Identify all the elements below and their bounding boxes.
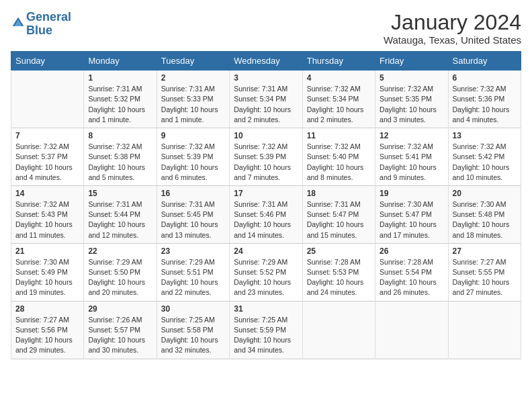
day-number: 28 xyxy=(15,304,79,314)
day-cell: 20Sunrise: 7:30 AMSunset: 5:48 PMDayligh… xyxy=(448,185,521,243)
header-saturday: Saturday xyxy=(448,52,521,71)
day-info: Sunrise: 7:32 AMSunset: 5:43 PMDaylight:… xyxy=(15,199,79,240)
day-number: 25 xyxy=(307,246,371,256)
day-cell: 7Sunrise: 7:32 AMSunset: 5:37 PMDaylight… xyxy=(11,128,84,186)
day-number: 5 xyxy=(380,73,443,83)
page-title: January 2024 xyxy=(384,11,521,34)
day-info: Sunrise: 7:30 AMSunset: 5:48 PMDaylight:… xyxy=(453,199,517,240)
logo: General Blue xyxy=(11,11,71,38)
day-cell: 18Sunrise: 7:31 AMSunset: 5:47 PMDayligh… xyxy=(302,185,375,243)
week-row-1: 7Sunrise: 7:32 AMSunset: 5:37 PMDaylight… xyxy=(11,128,521,186)
day-info: Sunrise: 7:27 AMSunset: 5:55 PMDaylight:… xyxy=(453,257,517,298)
day-cell: 13Sunrise: 7:32 AMSunset: 5:42 PMDayligh… xyxy=(448,128,521,186)
day-number: 3 xyxy=(234,73,298,83)
day-number: 12 xyxy=(380,131,443,140)
day-info: Sunrise: 7:32 AMSunset: 5:38 PMDaylight:… xyxy=(88,142,152,183)
day-number: 24 xyxy=(234,246,298,256)
day-info: Sunrise: 7:32 AMSunset: 5:40 PMDaylight:… xyxy=(307,142,371,183)
day-number: 8 xyxy=(88,131,152,140)
day-info: Sunrise: 7:32 AMSunset: 5:39 PMDaylight:… xyxy=(161,142,225,183)
day-info: Sunrise: 7:30 AMSunset: 5:49 PMDaylight:… xyxy=(15,257,79,298)
day-cell: 3Sunrise: 7:31 AMSunset: 5:34 PMDaylight… xyxy=(230,71,302,128)
day-cell: 10Sunrise: 7:32 AMSunset: 5:39 PMDayligh… xyxy=(230,128,302,186)
header-thursday: Thursday xyxy=(302,52,375,71)
day-cell: 27Sunrise: 7:27 AMSunset: 5:55 PMDayligh… xyxy=(448,243,521,301)
day-info: Sunrise: 7:29 AMSunset: 5:52 PMDaylight:… xyxy=(234,257,298,298)
day-cell: 4Sunrise: 7:32 AMSunset: 5:34 PMDaylight… xyxy=(302,71,375,128)
day-number: 7 xyxy=(15,131,79,140)
title-block: January 2024 Watauga, Texas, United Stat… xyxy=(384,11,521,46)
week-row-2: 14Sunrise: 7:32 AMSunset: 5:43 PMDayligh… xyxy=(11,185,521,243)
day-info: Sunrise: 7:32 AMSunset: 5:41 PMDaylight:… xyxy=(380,142,443,183)
day-number: 16 xyxy=(161,189,225,198)
day-cell xyxy=(302,301,375,359)
day-info: Sunrise: 7:28 AMSunset: 5:54 PMDaylight:… xyxy=(380,257,443,298)
day-info: Sunrise: 7:26 AMSunset: 5:57 PMDaylight:… xyxy=(88,315,152,356)
day-number: 18 xyxy=(307,189,371,198)
header-wednesday: Wednesday xyxy=(230,52,302,71)
day-info: Sunrise: 7:31 AMSunset: 5:44 PMDaylight:… xyxy=(88,199,152,240)
day-info: Sunrise: 7:31 AMSunset: 5:33 PMDaylight:… xyxy=(161,84,225,125)
day-number: 11 xyxy=(307,131,371,140)
day-cell xyxy=(448,301,521,359)
day-info: Sunrise: 7:32 AMSunset: 5:36 PMDaylight:… xyxy=(453,84,517,125)
page-header: General Blue January 2024 Watauga, Texas… xyxy=(11,11,521,46)
day-number: 4 xyxy=(307,73,371,83)
day-cell: 1Sunrise: 7:31 AMSunset: 5:32 PMDaylight… xyxy=(84,71,157,128)
week-row-3: 21Sunrise: 7:30 AMSunset: 5:49 PMDayligh… xyxy=(11,243,521,301)
day-info: Sunrise: 7:32 AMSunset: 5:37 PMDaylight:… xyxy=(15,142,79,183)
day-info: Sunrise: 7:31 AMSunset: 5:47 PMDaylight:… xyxy=(307,199,371,240)
day-cell: 28Sunrise: 7:27 AMSunset: 5:56 PMDayligh… xyxy=(11,301,84,359)
day-number: 31 xyxy=(234,304,298,314)
day-cell: 19Sunrise: 7:30 AMSunset: 5:47 PMDayligh… xyxy=(375,185,448,243)
day-info: Sunrise: 7:32 AMSunset: 5:39 PMDaylight:… xyxy=(234,142,298,183)
day-cell: 25Sunrise: 7:28 AMSunset: 5:53 PMDayligh… xyxy=(302,243,375,301)
day-info: Sunrise: 7:25 AMSunset: 5:59 PMDaylight:… xyxy=(234,315,298,356)
day-cell: 9Sunrise: 7:32 AMSunset: 5:39 PMDaylight… xyxy=(157,128,229,186)
day-info: Sunrise: 7:30 AMSunset: 5:47 PMDaylight:… xyxy=(380,199,443,240)
calendar-table: SundayMondayTuesdayWednesdayThursdayFrid… xyxy=(11,51,521,359)
day-cell xyxy=(11,71,84,128)
day-number: 19 xyxy=(380,189,443,198)
logo-general: General xyxy=(26,10,71,24)
day-cell: 24Sunrise: 7:29 AMSunset: 5:52 PMDayligh… xyxy=(230,243,302,301)
logo-text: General Blue xyxy=(26,11,71,38)
day-cell: 15Sunrise: 7:31 AMSunset: 5:44 PMDayligh… xyxy=(84,185,157,243)
day-number: 20 xyxy=(453,189,517,198)
day-number: 29 xyxy=(88,304,152,314)
day-info: Sunrise: 7:31 AMSunset: 5:46 PMDaylight:… xyxy=(234,199,298,240)
day-info: Sunrise: 7:25 AMSunset: 5:58 PMDaylight:… xyxy=(161,315,225,356)
day-number: 23 xyxy=(161,246,225,256)
day-cell: 2Sunrise: 7:31 AMSunset: 5:33 PMDaylight… xyxy=(157,71,229,128)
day-cell: 23Sunrise: 7:29 AMSunset: 5:51 PMDayligh… xyxy=(157,243,229,301)
page-subtitle: Watauga, Texas, United States xyxy=(384,34,521,46)
day-number: 14 xyxy=(15,189,79,198)
day-number: 21 xyxy=(15,246,79,256)
day-info: Sunrise: 7:29 AMSunset: 5:51 PMDaylight:… xyxy=(161,257,225,298)
day-number: 6 xyxy=(453,73,517,83)
day-cell xyxy=(375,301,448,359)
header-tuesday: Tuesday xyxy=(157,52,229,71)
day-cell: 14Sunrise: 7:32 AMSunset: 5:43 PMDayligh… xyxy=(11,185,84,243)
day-info: Sunrise: 7:32 AMSunset: 5:34 PMDaylight:… xyxy=(307,84,371,125)
day-number: 15 xyxy=(88,189,152,198)
day-number: 27 xyxy=(453,246,517,256)
day-number: 2 xyxy=(161,73,225,83)
day-number: 17 xyxy=(234,189,298,198)
day-cell: 12Sunrise: 7:32 AMSunset: 5:41 PMDayligh… xyxy=(375,128,448,186)
week-row-4: 28Sunrise: 7:27 AMSunset: 5:56 PMDayligh… xyxy=(11,301,521,359)
day-cell: 30Sunrise: 7:25 AMSunset: 5:58 PMDayligh… xyxy=(157,301,229,359)
day-info: Sunrise: 7:32 AMSunset: 5:35 PMDaylight:… xyxy=(380,84,443,125)
day-info: Sunrise: 7:32 AMSunset: 5:42 PMDaylight:… xyxy=(453,142,517,183)
day-cell: 16Sunrise: 7:31 AMSunset: 5:45 PMDayligh… xyxy=(157,185,229,243)
day-number: 1 xyxy=(88,73,152,83)
day-number: 22 xyxy=(88,246,152,256)
day-number: 10 xyxy=(234,131,298,140)
day-number: 13 xyxy=(453,131,517,140)
day-number: 26 xyxy=(380,246,443,256)
day-cell: 8Sunrise: 7:32 AMSunset: 5:38 PMDaylight… xyxy=(84,128,157,186)
day-number: 30 xyxy=(161,304,225,314)
day-cell: 29Sunrise: 7:26 AMSunset: 5:57 PMDayligh… xyxy=(84,301,157,359)
week-row-0: 1Sunrise: 7:31 AMSunset: 5:32 PMDaylight… xyxy=(11,71,521,128)
day-info: Sunrise: 7:27 AMSunset: 5:56 PMDaylight:… xyxy=(15,315,79,356)
